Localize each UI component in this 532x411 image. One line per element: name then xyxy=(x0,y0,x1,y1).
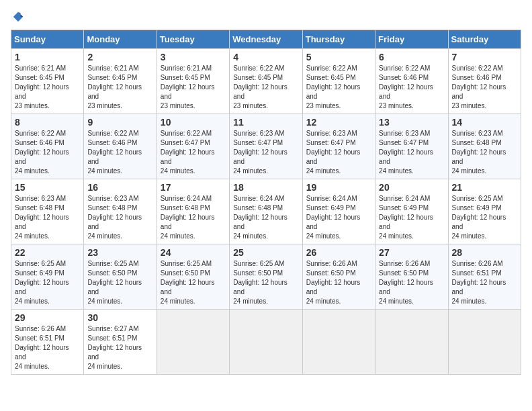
calendar-cell: 21 Sunrise: 6:25 AM Sunset: 6:49 PM Dayl… xyxy=(448,179,521,244)
day-info: Sunrise: 6:26 AM Sunset: 6:50 PM Dayligh… xyxy=(306,259,371,306)
calendar-cell: 27 Sunrise: 6:26 AM Sunset: 6:50 PM Dayl… xyxy=(375,244,448,310)
day-info: Sunrise: 6:22 AM Sunset: 6:46 PM Dayligh… xyxy=(15,129,80,176)
day-number: 26 xyxy=(306,247,371,258)
calendar-day-header: Wednesday xyxy=(230,30,302,49)
calendar-week-row: 29 Sunrise: 6:26 AM Sunset: 6:51 PM Dayl… xyxy=(11,310,521,375)
calendar-cell: 24 Sunrise: 6:25 AM Sunset: 6:50 PM Dayl… xyxy=(157,244,229,310)
calendar-cell: 30 Sunrise: 6:27 AM Sunset: 6:51 PM Dayl… xyxy=(84,310,157,375)
calendar-cell: 5 Sunrise: 6:22 AM Sunset: 6:45 PM Dayli… xyxy=(302,49,375,114)
calendar-week-row: 1 Sunrise: 6:21 AM Sunset: 6:45 PM Dayli… xyxy=(11,49,521,114)
day-info: Sunrise: 6:21 AM Sunset: 6:45 PM Dayligh… xyxy=(15,64,80,111)
day-number: 19 xyxy=(306,182,371,193)
day-info: Sunrise: 6:24 AM Sunset: 6:48 PM Dayligh… xyxy=(233,194,298,241)
day-info: Sunrise: 6:27 AM Sunset: 6:51 PM Dayligh… xyxy=(87,324,152,371)
logo-icon xyxy=(12,11,24,23)
day-info: Sunrise: 6:23 AM Sunset: 6:47 PM Dayligh… xyxy=(379,129,444,176)
calendar-cell: 3 Sunrise: 6:21 AM Sunset: 6:45 PM Dayli… xyxy=(157,49,229,114)
calendar-cell xyxy=(375,310,448,375)
calendar-cell: 29 Sunrise: 6:26 AM Sunset: 6:51 PM Dayl… xyxy=(11,310,84,375)
calendar-cell: 10 Sunrise: 6:22 AM Sunset: 6:47 PM Dayl… xyxy=(157,114,229,179)
calendar-week-row: 22 Sunrise: 6:25 AM Sunset: 6:49 PM Dayl… xyxy=(11,244,521,310)
day-info: Sunrise: 6:22 AM Sunset: 6:45 PM Dayligh… xyxy=(233,64,298,111)
day-number: 27 xyxy=(379,247,444,258)
calendar-cell: 9 Sunrise: 6:22 AM Sunset: 6:46 PM Dayli… xyxy=(84,114,157,179)
day-info: Sunrise: 6:22 AM Sunset: 6:45 PM Dayligh… xyxy=(306,64,371,111)
day-number: 9 xyxy=(87,117,152,128)
calendar-week-row: 8 Sunrise: 6:22 AM Sunset: 6:46 PM Dayli… xyxy=(11,114,521,179)
day-number: 25 xyxy=(233,247,298,258)
day-number: 16 xyxy=(87,182,152,193)
day-number: 2 xyxy=(87,52,152,62)
day-info: Sunrise: 6:25 AM Sunset: 6:50 PM Dayligh… xyxy=(87,259,152,306)
day-info: Sunrise: 6:22 AM Sunset: 6:47 PM Dayligh… xyxy=(161,129,226,176)
day-number: 4 xyxy=(233,52,298,62)
day-number: 8 xyxy=(15,117,80,128)
day-info: Sunrise: 6:24 AM Sunset: 6:49 PM Dayligh… xyxy=(306,194,371,241)
calendar-cell: 7 Sunrise: 6:22 AM Sunset: 6:46 PM Dayli… xyxy=(448,49,521,114)
calendar-cell: 28 Sunrise: 6:26 AM Sunset: 6:51 PM Dayl… xyxy=(448,244,521,310)
day-number: 14 xyxy=(452,117,517,128)
calendar-cell xyxy=(448,310,521,375)
calendar-cell: 23 Sunrise: 6:25 AM Sunset: 6:50 PM Dayl… xyxy=(84,244,157,310)
day-number: 12 xyxy=(306,117,371,128)
calendar-cell xyxy=(302,310,375,375)
day-info: Sunrise: 6:25 AM Sunset: 6:49 PM Dayligh… xyxy=(15,259,80,306)
calendar-cell: 8 Sunrise: 6:22 AM Sunset: 6:46 PM Dayli… xyxy=(11,114,84,179)
calendar-cell: 15 Sunrise: 6:23 AM Sunset: 6:48 PM Dayl… xyxy=(11,179,84,244)
calendar-cell: 16 Sunrise: 6:23 AM Sunset: 6:48 PM Dayl… xyxy=(84,179,157,244)
calendar-day-header: Tuesday xyxy=(157,30,229,49)
calendar-cell: 18 Sunrise: 6:24 AM Sunset: 6:48 PM Dayl… xyxy=(230,179,302,244)
calendar-cell: 20 Sunrise: 6:24 AM Sunset: 6:49 PM Dayl… xyxy=(375,179,448,244)
day-number: 1 xyxy=(15,52,80,62)
day-info: Sunrise: 6:24 AM Sunset: 6:49 PM Dayligh… xyxy=(379,194,444,241)
header xyxy=(11,11,521,23)
day-info: Sunrise: 6:23 AM Sunset: 6:48 PM Dayligh… xyxy=(452,129,517,176)
day-info: Sunrise: 6:25 AM Sunset: 6:49 PM Dayligh… xyxy=(452,194,517,241)
calendar-cell: 2 Sunrise: 6:21 AM Sunset: 6:45 PM Dayli… xyxy=(84,49,157,114)
day-number: 30 xyxy=(87,312,152,323)
day-info: Sunrise: 6:24 AM Sunset: 6:48 PM Dayligh… xyxy=(161,194,226,241)
logo xyxy=(11,11,24,23)
calendar-cell xyxy=(157,310,229,375)
day-info: Sunrise: 6:26 AM Sunset: 6:51 PM Dayligh… xyxy=(15,324,80,371)
day-info: Sunrise: 6:22 AM Sunset: 6:46 PM Dayligh… xyxy=(379,64,444,111)
day-info: Sunrise: 6:21 AM Sunset: 6:45 PM Dayligh… xyxy=(87,64,152,111)
calendar-cell: 26 Sunrise: 6:26 AM Sunset: 6:50 PM Dayl… xyxy=(302,244,375,310)
day-info: Sunrise: 6:22 AM Sunset: 6:46 PM Dayligh… xyxy=(87,129,152,176)
day-number: 17 xyxy=(161,182,226,193)
calendar-cell: 12 Sunrise: 6:23 AM Sunset: 6:47 PM Dayl… xyxy=(302,114,375,179)
day-number: 6 xyxy=(379,52,444,62)
day-info: Sunrise: 6:23 AM Sunset: 6:47 PM Dayligh… xyxy=(306,129,371,176)
day-info: Sunrise: 6:23 AM Sunset: 6:48 PM Dayligh… xyxy=(15,194,80,241)
calendar-body: 1 Sunrise: 6:21 AM Sunset: 6:45 PM Dayli… xyxy=(11,49,521,375)
day-number: 21 xyxy=(452,182,517,193)
calendar-cell: 1 Sunrise: 6:21 AM Sunset: 6:45 PM Dayli… xyxy=(11,49,84,114)
day-info: Sunrise: 6:23 AM Sunset: 6:48 PM Dayligh… xyxy=(87,194,152,241)
calendar-day-header: Monday xyxy=(84,30,157,49)
day-info: Sunrise: 6:21 AM Sunset: 6:45 PM Dayligh… xyxy=(161,64,226,111)
calendar-week-row: 15 Sunrise: 6:23 AM Sunset: 6:48 PM Dayl… xyxy=(11,179,521,244)
calendar-day-header: Saturday xyxy=(448,30,521,49)
day-info: Sunrise: 6:23 AM Sunset: 6:47 PM Dayligh… xyxy=(233,129,298,176)
calendar-table: SundayMondayTuesdayWednesdayThursdayFrid… xyxy=(11,30,521,375)
calendar-cell: 14 Sunrise: 6:23 AM Sunset: 6:48 PM Dayl… xyxy=(448,114,521,179)
day-number: 3 xyxy=(161,52,226,62)
calendar-cell: 19 Sunrise: 6:24 AM Sunset: 6:49 PM Dayl… xyxy=(302,179,375,244)
calendar-cell: 22 Sunrise: 6:25 AM Sunset: 6:49 PM Dayl… xyxy=(11,244,84,310)
day-number: 10 xyxy=(161,117,226,128)
calendar-cell xyxy=(230,310,302,375)
day-number: 23 xyxy=(87,247,152,258)
calendar-day-header: Friday xyxy=(375,30,448,49)
day-number: 15 xyxy=(15,182,80,193)
day-number: 24 xyxy=(161,247,226,258)
day-number: 13 xyxy=(379,117,444,128)
calendar-cell: 11 Sunrise: 6:23 AM Sunset: 6:47 PM Dayl… xyxy=(230,114,302,179)
calendar-cell: 25 Sunrise: 6:25 AM Sunset: 6:50 PM Dayl… xyxy=(230,244,302,310)
day-info: Sunrise: 6:26 AM Sunset: 6:50 PM Dayligh… xyxy=(379,259,444,306)
calendar-cell: 4 Sunrise: 6:22 AM Sunset: 6:45 PM Dayli… xyxy=(230,49,302,114)
day-number: 28 xyxy=(452,247,517,258)
day-info: Sunrise: 6:22 AM Sunset: 6:46 PM Dayligh… xyxy=(452,64,517,111)
calendar-day-header: Thursday xyxy=(302,30,375,49)
calendar-day-header: Sunday xyxy=(11,30,84,49)
day-info: Sunrise: 6:25 AM Sunset: 6:50 PM Dayligh… xyxy=(233,259,298,306)
